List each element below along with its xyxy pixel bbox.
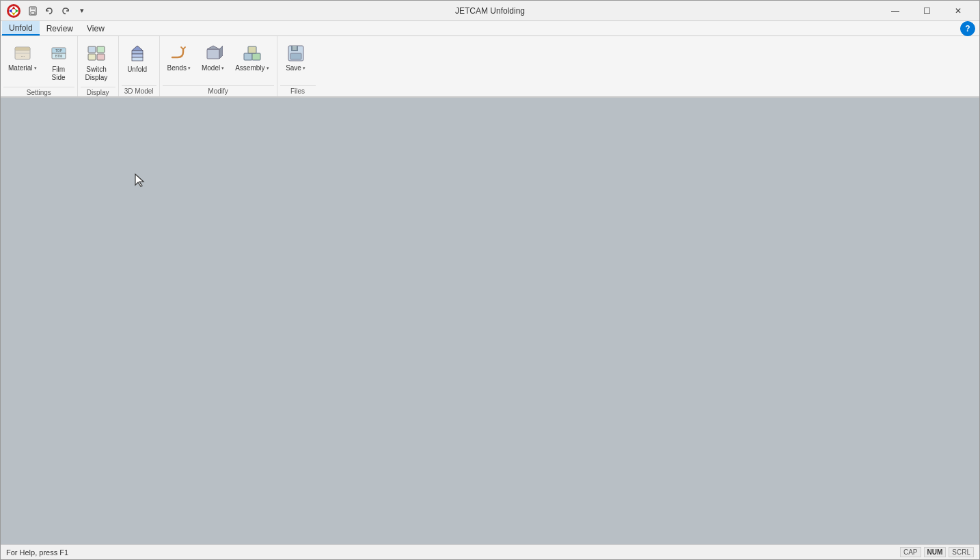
num-indicator: NUM	[924, 547, 947, 557]
canvas-area[interactable]	[1, 98, 979, 544]
quick-redo-button[interactable]	[58, 3, 73, 18]
switch-display-label: SwitchDisplay	[85, 66, 108, 82]
svg-marker-23	[207, 46, 219, 49]
svg-rect-21	[132, 57, 143, 61]
svg-rect-4	[31, 12, 35, 14]
status-bar: For Help, press F1 CAP NUM SCRL	[1, 544, 979, 559]
material-icon: ⋯	[12, 42, 33, 64]
3dmodel-buttons: Unfold	[122, 39, 156, 84]
bends-label: Bends▾	[167, 64, 191, 72]
menu-bar: Unfold Review View ?	[1, 21, 979, 36]
title-bar-left: ▾	[6, 3, 90, 18]
ribbon-group-modify: Bends▾ Model▾	[160, 36, 277, 96]
ribbon-group-files: Save▾ Files	[277, 36, 318, 96]
save-icon	[285, 42, 307, 64]
assembly-button[interactable]: Assembly▾	[230, 39, 273, 75]
svg-rect-27	[248, 46, 256, 53]
quick-save-button[interactable]	[25, 3, 40, 18]
model-label: Model▾	[202, 64, 224, 72]
maximize-button[interactable]: ☐	[911, 1, 942, 21]
film-side-label: FilmSide	[52, 66, 66, 82]
svg-rect-26	[252, 53, 260, 60]
svg-rect-3	[31, 7, 35, 10]
film-side-icon: TOP BTM	[48, 42, 70, 64]
switch-display-button[interactable]: SwitchDisplay	[81, 39, 113, 85]
ribbon: ⋯ Material▾ TOP BTM	[1, 36, 979, 98]
svg-rect-30	[292, 46, 297, 50]
unfold-label: Unfold	[127, 66, 147, 74]
scrl-indicator: SCRL	[949, 547, 974, 557]
settings-group-label: Settings	[3, 87, 74, 98]
svg-rect-25	[244, 53, 252, 60]
svg-rect-16	[88, 54, 96, 60]
film-side-button[interactable]: TOP BTM FilmSide	[43, 39, 74, 85]
quick-access-toolbar: ▾	[25, 3, 90, 18]
3dmodel-group-label: 3D Model	[122, 85, 156, 96]
modify-group-label: Modify	[163, 85, 274, 96]
display-buttons: SwitchDisplay	[81, 39, 115, 85]
svg-rect-19	[132, 51, 143, 54]
save-button[interactable]: Save▾	[280, 39, 312, 75]
svg-text:TOP: TOP	[55, 48, 62, 53]
files-buttons: Save▾	[280, 39, 316, 84]
bends-button[interactable]: Bends▾	[163, 39, 195, 75]
files-group-label: Files	[280, 85, 316, 96]
assembly-label: Assembly▾	[235, 64, 269, 72]
menu-item-review[interactable]: Review	[40, 21, 80, 36]
svg-marker-32	[135, 174, 144, 186]
ribbon-group-display: SwitchDisplay Display	[78, 36, 119, 96]
cap-indicator: CAP	[900, 547, 921, 557]
unfold-button[interactable]: Unfold	[122, 39, 153, 77]
minimize-button[interactable]: —	[880, 1, 911, 21]
svg-rect-20	[132, 54, 143, 57]
menu-item-view[interactable]: View	[80, 21, 111, 36]
bends-icon	[168, 42, 190, 64]
status-help-text: For Help, press F1	[6, 548, 68, 557]
help-button[interactable]: ?	[960, 21, 975, 36]
save-label: Save▾	[286, 64, 305, 72]
quick-undo-button[interactable]	[42, 3, 57, 18]
assembly-icon	[241, 42, 263, 64]
unfold-icon	[126, 42, 148, 64]
close-button[interactable]: ✕	[942, 1, 974, 21]
svg-rect-6	[15, 47, 30, 51]
quick-access-dropdown-button[interactable]: ▾	[74, 3, 90, 18]
window-controls: — ☐ ✕	[880, 1, 974, 21]
svg-text:BTM: BTM	[55, 54, 62, 58]
svg-marker-18	[132, 46, 143, 51]
ribbon-group-settings: ⋯ Material▾ TOP BTM	[1, 36, 78, 96]
svg-marker-24	[219, 46, 223, 59]
cursor	[134, 173, 146, 191]
svg-rect-22	[207, 49, 219, 59]
model-button[interactable]: Model▾	[197, 39, 229, 75]
app-logo-icon	[6, 3, 21, 18]
svg-rect-15	[97, 46, 105, 53]
material-label: Material▾	[8, 64, 37, 72]
model-icon	[202, 42, 224, 64]
help-area: ?	[960, 21, 978, 36]
settings-buttons: ⋯ Material▾ TOP BTM	[3, 39, 74, 85]
svg-rect-14	[88, 46, 96, 53]
menu-item-unfold[interactable]: Unfold	[2, 21, 40, 36]
svg-text:⋯: ⋯	[21, 54, 24, 58]
display-group-label: Display	[81, 87, 115, 98]
window-title: JETCAM Unfolding	[455, 6, 525, 16]
modify-buttons: Bends▾ Model▾	[163, 39, 274, 84]
svg-rect-17	[97, 54, 105, 60]
switch-display-icon	[85, 42, 107, 64]
status-indicators: CAP NUM SCRL	[900, 547, 974, 557]
ribbon-group-3dmodel: Unfold 3D Model	[119, 36, 160, 96]
title-bar: ▾ JETCAM Unfolding — ☐ ✕	[1, 1, 979, 21]
svg-rect-31	[290, 53, 301, 59]
material-button[interactable]: ⋯ Material▾	[3, 39, 42, 75]
